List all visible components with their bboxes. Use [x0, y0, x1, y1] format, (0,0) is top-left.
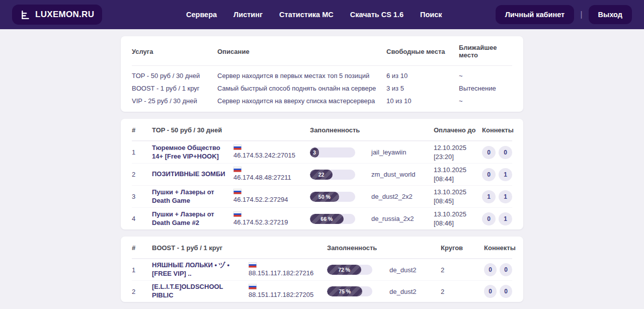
russia-flag-icon: [233, 211, 242, 217]
connects-badge: 0: [482, 168, 496, 181]
server-ip: 88.151.117.182:27216: [249, 269, 327, 278]
nav-item-servers[interactable]: Сервера: [186, 11, 217, 19]
col-fill: Заполненность: [327, 244, 389, 252]
top-navigation-bar: LUXEMON.RU Сервера Листинг Статистика МС…: [0, 0, 644, 29]
fill-label: 50 %: [318, 194, 331, 200]
connects-badge: 0: [482, 146, 496, 159]
russia-flag-icon: [233, 167, 242, 172]
paid-until: 12.10.2025 [23:20]: [434, 143, 482, 161]
fill-label: 3: [313, 149, 316, 156]
col-free-slots: Свободные места: [386, 48, 459, 55]
col-connects: Коннекты: [482, 126, 512, 134]
logo[interactable]: LUXEMON.RU: [12, 5, 102, 25]
service-description: Самый быстрый способ поднять онлайн на с…: [217, 85, 386, 92]
connects-badge: 0: [482, 212, 496, 225]
paid-until: 13.10.2025 [08:44]: [434, 166, 482, 183]
server-address: 88.151.117.182:27216: [249, 262, 327, 278]
service-free-slots: 3 из 5: [386, 85, 459, 92]
col-description: Описание: [217, 48, 386, 55]
col-top-title: TOP - 50 руб / 30 дней: [152, 126, 233, 134]
main-content: Услуга Описание Свободные места Ближайше…: [121, 36, 523, 309]
server-name[interactable]: ПОЗИТИВНЫЕ ЗОМБИ: [152, 170, 233, 179]
fill-progress-bar: 22: [310, 170, 355, 180]
service-nearest-slot: Вытеснение: [459, 85, 512, 92]
paid-time: [08:44]: [434, 175, 482, 184]
top-server-row: 2 ПОЗИТИВНЫЕ ЗОМБИ 46.174.48.48:27211 22…: [132, 163, 512, 185]
nav-item-listing[interactable]: Листинг: [233, 11, 263, 19]
connects-counters: 0 0: [482, 146, 512, 159]
paid-until: 13.10.2025 [08:46]: [434, 210, 482, 227]
fill-label: 66 %: [320, 216, 333, 222]
current-map: de_dust2: [389, 266, 441, 274]
account-button[interactable]: Личный кабинет: [496, 5, 575, 24]
nav-item-search[interactable]: Поиск: [420, 11, 442, 19]
service-free-slots: 6 из 10: [386, 72, 459, 80]
fill-progress-value: 72 %: [327, 265, 361, 275]
paid-time: [08:46]: [434, 219, 482, 228]
server-ip: 88.151.117.182:27205: [249, 290, 327, 299]
services-table-header: Услуга Описание Свободные места Ближайше…: [132, 36, 512, 66]
row-number: 1: [132, 148, 152, 156]
top-table-header: # TOP - 50 руб / 30 дней Заполненность О…: [132, 119, 512, 141]
paid-date: 13.10.2025: [434, 188, 482, 197]
connects-counters: 1 1: [482, 190, 512, 203]
row-number: 3: [132, 193, 152, 200]
server-address: 46.174.53.242:27015: [233, 144, 310, 160]
current-map: de_dust2: [389, 288, 441, 295]
service-row-boost: BOOST - 1 руб / 1 круг Самый быстрый спо…: [132, 82, 512, 95]
paid-time: [23:20]: [434, 152, 482, 162]
fill-progress-value: 3: [310, 147, 319, 158]
server-name[interactable]: [E.L.I.T.E]OLDSCHOOL PIBLIC: [152, 283, 249, 300]
fill-cell: 66 %: [310, 214, 371, 224]
russia-flag-icon: [249, 262, 257, 268]
fill-progress-value: 66 %: [310, 214, 344, 224]
boost-servers-card: # BOOST - 1 руб / 1 круг Заполненность К…: [121, 237, 523, 302]
col-boost-title: BOOST - 1 руб / 1 круг: [152, 244, 249, 252]
fill-cell: 22: [310, 170, 371, 180]
fill-progress-value: 22: [310, 170, 333, 180]
row-number: 1: [132, 266, 152, 274]
connects-counters: 0 1: [482, 212, 512, 225]
connects-badge: 1: [499, 190, 512, 203]
fill-progress-bar: 75 %: [327, 286, 372, 296]
service-name: VIP - 25 руб / 30 дней: [132, 97, 217, 105]
col-number: #: [132, 244, 152, 252]
service-row-vip: VIP - 25 руб / 30 дней Сервер находится …: [132, 95, 512, 107]
paid-date: 12.10.2025: [434, 143, 482, 152]
col-number: #: [132, 126, 152, 134]
fill-label: 75 %: [339, 288, 351, 294]
nav-item-download-cs[interactable]: Скачать CS 1.6: [350, 11, 404, 19]
server-address: 46.174.52.3:27219: [233, 211, 310, 227]
top-server-row: 4 Пушки + Лазеры от Death Game #2 46.174…: [132, 207, 512, 229]
logout-button[interactable]: Выход: [589, 5, 632, 24]
fill-cell: 75 %: [327, 286, 389, 296]
service-nearest-slot: ~: [459, 97, 512, 105]
col-fill: Заполненность: [310, 126, 371, 134]
service-nearest-slot: ~: [459, 72, 512, 80]
col-rounds: Кругов: [441, 244, 484, 252]
server-name[interactable]: Тюремное Общество 14+ [Free VIP+HOOK]: [152, 144, 233, 161]
russia-flag-icon: [233, 144, 242, 150]
boost-server-row: 1 НЯШНЫЕ ЛОЛЬКИ • ヅ • [FREE VIP] .. 88.1…: [132, 259, 512, 280]
server-ip: 46.174.53.242:27015: [233, 151, 310, 160]
server-name[interactable]: Пушки + Лазеры от Death Game #2: [152, 210, 233, 227]
services-table-body: TOP - 50 руб / 30 дней Сервер находится …: [132, 66, 512, 112]
connects-badge: 0: [484, 263, 497, 276]
current-map: jail_leyawiin: [371, 148, 434, 156]
top-servers-card: # TOP - 50 руб / 30 дней Заполненность О…: [121, 119, 523, 229]
nav-item-ms-stats[interactable]: Статистика МС: [279, 11, 334, 19]
header-divider: |: [580, 10, 582, 20]
connects-counters: 0 0: [484, 263, 512, 276]
service-free-slots: 10 из 10: [386, 97, 459, 105]
fill-cell: 50 %: [310, 192, 371, 202]
server-name[interactable]: Пушки + Лазеры от Death Game: [152, 188, 233, 205]
current-map: de_dust2_2x2: [371, 193, 434, 200]
fill-progress-value: 50 %: [310, 192, 339, 202]
col-service: Услуга: [132, 48, 217, 55]
paid-date: 13.10.2025: [434, 166, 482, 175]
top-server-row: 1 Тюремное Общество 14+ [Free VIP+HOOK] …: [132, 141, 512, 163]
server-ip: 46.174.48.48:27211: [233, 173, 310, 182]
paid-date: 13.10.2025: [434, 210, 482, 219]
server-name[interactable]: НЯШНЫЕ ЛОЛЬКИ • ヅ • [FREE VIP] ..: [152, 261, 249, 278]
service-description: Сервер находится в первых местах топ 5 п…: [217, 72, 386, 80]
